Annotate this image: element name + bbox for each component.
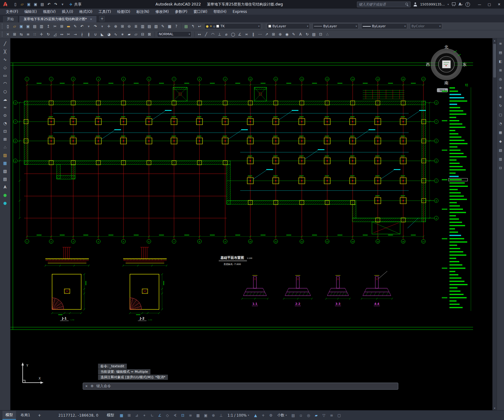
ellipse-arc-tool-icon[interactable]: ◔ [2, 119, 9, 127]
arc-tool-icon[interactable]: ◠ [2, 80, 9, 87]
publish-icon[interactable]: ↥ [45, 23, 51, 29]
osnap-settings-icon[interactable]: ⊡ [317, 31, 324, 37]
command-customize-icon[interactable]: ⚙ [90, 384, 93, 388]
make-block-tool-icon[interactable]: ⊞ [2, 135, 9, 143]
right-tool-sheet-icon[interactable]: ◔ [498, 121, 503, 126]
qat-new-file-icon[interactable]: ▯ [12, 1, 18, 7]
blend-icon[interactable]: ∿ [112, 31, 119, 37]
insert-block-tool-icon[interactable]: ⊡ [2, 127, 9, 135]
grid-display-icon[interactable]: ▦ [118, 412, 125, 419]
right-tool-osnap-icon[interactable]: ⊡ [498, 165, 503, 171]
model-tab[interactable]: 模型 [2, 411, 16, 420]
layer-combo-caret-icon[interactable]: ▾ [258, 25, 260, 28]
scroll-down-icon[interactable]: ▾ [493, 406, 497, 410]
polyline-tool-icon[interactable]: ∿ [2, 56, 9, 63]
orbit-nav-icon[interactable]: ↻ [498, 103, 503, 108]
open-file-icon[interactable]: ▱ [11, 23, 18, 29]
point-marker-green-icon[interactable]: ● [2, 191, 9, 199]
autodesk-app-icon[interactable]: A▾ [459, 2, 463, 6]
menu-item[interactable]: 格式(O) [77, 9, 95, 15]
right-tool-block-icon[interactable]: ◆ [498, 138, 503, 144]
isolate-objects-icon[interactable]: ◎ [305, 412, 312, 419]
revcloud-tool-icon[interactable]: ☁ [2, 96, 9, 103]
dim-text-edit-icon[interactable]: A [297, 31, 304, 37]
multileader-icon[interactable]: ↗ [263, 31, 270, 37]
search-box[interactable] [357, 2, 411, 7]
hatch-tool-icon[interactable]: ▨ [2, 151, 9, 159]
save-as-icon[interactable]: ▣ [25, 23, 31, 29]
dim-radius-icon[interactable]: ⌀ [223, 31, 229, 37]
minimize-button[interactable]: — [475, 0, 484, 9]
linetype-combo[interactable]: ByLayer ▾ [313, 23, 358, 29]
auto-annotation-scale-icon[interactable]: + [260, 412, 267, 419]
copy-icon[interactable]: ⊞ [11, 31, 18, 37]
zoom-window-icon[interactable]: ⊞ [119, 23, 126, 29]
menu-item[interactable]: 参数(P) [172, 9, 190, 15]
qat-open-file-icon[interactable]: ▱ [19, 1, 25, 7]
pan-icon[interactable]: ✛ [106, 23, 112, 29]
polygon-tool-icon[interactable]: ◇ [2, 64, 9, 71]
search-input[interactable] [359, 2, 405, 6]
zoom-previous-icon[interactable]: ⊖ [126, 23, 132, 29]
plot-preview-icon[interactable]: ▥ [38, 23, 45, 29]
layer-lock-icon[interactable]: ▫ [213, 25, 215, 28]
ellipse-tool-icon[interactable]: ⊙ [2, 112, 9, 119]
menu-item[interactable]: 插入(I) [59, 9, 76, 15]
tab-start[interactable]: 开始 [2, 16, 18, 22]
menu-item[interactable]: 窗口(W) [191, 9, 210, 15]
annotation-visibility-icon[interactable]: ▲ [252, 412, 259, 419]
right-tool-measure-icon[interactable]: ⊞ [498, 67, 503, 73]
array-icon[interactable]: ∷ [32, 31, 38, 37]
fillet-icon[interactable]: ◕ [106, 31, 112, 37]
quick-dim-icon[interactable]: ≍ [243, 31, 250, 37]
layer-on-off-icon[interactable]: ● [206, 25, 209, 28]
break-at-point-icon[interactable]: ∤ [79, 31, 85, 37]
layer-properties-icon[interactable]: ▤ [183, 23, 189, 29]
menu-item[interactable]: 编辑(E) [21, 9, 40, 15]
annotation-scale-caret-icon[interactable]: ▾ [248, 414, 249, 417]
cut-icon[interactable]: ✂ [52, 23, 58, 29]
point-tool-icon[interactable]: ∴ [2, 143, 9, 151]
right-tool-hatch-icon[interactable]: ▧ [498, 147, 503, 153]
undo-icon[interactable]: ↶ [79, 23, 85, 29]
properties-palette-icon[interactable]: ≣ [133, 23, 139, 29]
quick-properties-icon[interactable]: ▤ [290, 412, 297, 419]
drawing-canvas[interactable]: 1122334455667788991010111112121313141415… [10, 38, 492, 410]
isometric-drafting-icon[interactable]: ◇ [164, 412, 171, 419]
dim-inspect-icon[interactable]: ◉ [284, 31, 290, 37]
region-tool-icon[interactable]: ▧ [2, 167, 9, 175]
rectangle-tool-icon[interactable]: ▭ [2, 72, 9, 79]
line-tool-icon[interactable]: ╱ [2, 40, 9, 47]
object-snap-tracking-icon[interactable]: ∢ [172, 412, 178, 419]
menu-item[interactable]: Express [230, 9, 250, 14]
vertical-scrollbar[interactable]: ▴ ▾ [492, 38, 497, 410]
copy-clip-icon[interactable]: ⊞ [59, 23, 65, 29]
explode-icon[interactable]: ∗ [119, 31, 126, 37]
dim-style-icon[interactable]: ▤ [311, 31, 317, 37]
tool-palettes-icon[interactable]: ▤ [146, 23, 153, 29]
menu-item[interactable]: 修改(M) [153, 9, 172, 15]
toolbar-grip[interactable] [2, 32, 3, 37]
scrollbar-thumb[interactable] [493, 44, 496, 78]
right-tool-table-icon[interactable]: ▥ [498, 156, 503, 162]
point-style-icon[interactable]: ∴ [324, 31, 331, 37]
dim-angular-icon[interactable]: ∠ [237, 31, 243, 37]
menu-item[interactable]: 标注(N) [134, 9, 152, 15]
dim-linear-icon[interactable]: ↔ [196, 31, 203, 37]
new-file-icon[interactable]: ▯ [5, 23, 11, 29]
customize-icon[interactable]: ≡ [328, 412, 335, 419]
tab-drawing[interactable]: 某带地下车库25层剪力墙住宅结构设计图* ✕ [19, 16, 97, 22]
qat-menu-caret-icon[interactable]: ▾ [59, 1, 66, 7]
dim-arc-length-icon[interactable]: ◠ [210, 31, 216, 37]
qat-save-as-icon[interactable]: ▣ [32, 1, 39, 7]
share-button[interactable]: ✈ 共享 [69, 2, 81, 7]
command-close-icon[interactable]: ✕ [85, 384, 88, 388]
plot-icon[interactable]: ▤ [32, 23, 38, 29]
rotate-icon[interactable]: ↻ [45, 31, 51, 37]
send-to-back-icon[interactable]: ▱ [133, 31, 139, 37]
layer-combo[interactable]: ●☀▫ TK ▾ [204, 23, 261, 29]
tab-close-icon[interactable]: ✕ [90, 18, 93, 21]
sheet-set-manager-icon[interactable]: ▧ [153, 23, 159, 29]
lineweight-combo[interactable]: ByLayer ▾ [361, 23, 407, 29]
right-tool-grid-icon[interactable]: ▦ [498, 130, 503, 135]
